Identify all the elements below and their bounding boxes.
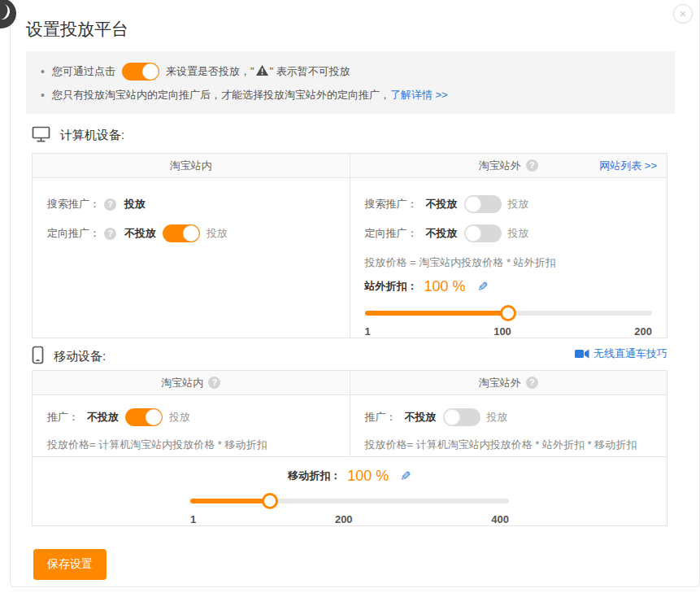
- computer-platform-table: 淘宝站内 淘宝站外 ? 网站列表 >> 搜索推广： ? 投放 定向推广： ? 不…: [32, 153, 667, 338]
- computer-offsite-header: 淘宝站外 ? 网站列表 >>: [350, 154, 667, 177]
- notice-text: 来设置是否投放，": [166, 64, 254, 79]
- mobile-discount-slider[interactable]: [190, 493, 509, 509]
- slider-mid-label: 100: [493, 325, 511, 338]
- close-icon[interactable]: ×: [673, 4, 693, 24]
- toggle-off-label: 不投放: [87, 410, 119, 425]
- mobile-onsite-header: 淘宝站内 ?: [33, 371, 350, 394]
- page-title: 设置投放平台: [26, 18, 128, 41]
- search-promo-row: 搜索推广： 不投放 投放: [365, 190, 653, 219]
- toggle-knob: [146, 409, 162, 425]
- mobile-onsite-cell: 推广： 不投放 投放 投放价格= 计算机淘宝站内投放价格 * 移动折扣: [33, 395, 350, 456]
- target-promo-label: 定向推广：: [47, 226, 100, 241]
- toggle-off-label: 不投放: [426, 197, 458, 211]
- notice-text: 您可通过点击: [52, 64, 115, 79]
- wireless-tips-link[interactable]: 无线直通车技巧: [575, 346, 667, 361]
- set-platform-dialog: × 设置投放平台 • 您可通过点击 来设置是否投放，" " 表示暂不可投放 • …: [10, 0, 700, 587]
- offsite-slider-labels: 1 100 200: [365, 325, 653, 338]
- search-promo-label: 搜索推广：: [365, 197, 418, 211]
- help-icon[interactable]: ?: [526, 159, 538, 172]
- toggle-knob: [465, 196, 481, 212]
- toggle-on-label: 投放: [508, 226, 529, 241]
- offsite-discount-label: 站外折扣：: [365, 279, 418, 294]
- computer-onsite-header: 淘宝站内: [33, 154, 350, 177]
- computer-onsite-target-toggle[interactable]: [163, 224, 200, 242]
- mobile-table-header: 淘宝站内 ? 淘宝站外 ?: [33, 371, 667, 395]
- mobile-onsite-promo-toggle[interactable]: [125, 408, 163, 426]
- toggle-on-label: 投放: [207, 226, 228, 241]
- slider-handle[interactable]: [262, 493, 278, 509]
- mobile-phone-icon: [32, 346, 44, 367]
- header-label: 淘宝站内: [170, 159, 212, 173]
- toggle-on-label: 投放: [487, 410, 508, 425]
- help-icon[interactable]: ?: [208, 377, 220, 389]
- help-icon[interactable]: ?: [104, 228, 116, 240]
- header-label: 淘宝站外: [479, 376, 521, 390]
- computer-table-header: 淘宝站内 淘宝站外 ? 网站列表 >>: [33, 154, 667, 178]
- help-icon[interactable]: ?: [526, 377, 538, 389]
- mobile-offsite-header: 淘宝站外 ?: [350, 371, 667, 394]
- bullet-icon: •: [41, 65, 45, 78]
- mobile-platform-table: 淘宝站内 ? 淘宝站外 ? 推广： 不投放 投放 投放价格= 计算机淘宝站内投放…: [32, 370, 667, 526]
- toggle-knob: [183, 225, 199, 242]
- promo-row: 推广： 不投放 投放: [47, 395, 335, 436]
- offsite-discount-value: 100 %: [424, 278, 466, 295]
- notice-text: 您只有投放淘宝站内的定向推广后，才能选择投放淘宝站外的定向推广，: [52, 88, 390, 102]
- promo-label: 推广：: [47, 410, 79, 425]
- target-promo-label: 定向推广：: [365, 226, 418, 241]
- edit-icon[interactable]: ✎: [477, 279, 488, 294]
- video-icon: [575, 349, 589, 359]
- notice-box: • 您可通过点击 来设置是否投放，" " 表示暂不可投放 • 您只有投放淘宝站内…: [26, 51, 675, 114]
- toggle-on-label: 投放: [508, 197, 529, 211]
- mobile-discount-value: 100 %: [347, 468, 389, 485]
- learn-more-link[interactable]: 了解详情 >>: [390, 88, 448, 102]
- notice-line-1: • 您可通过点击 来设置是否投放，" " 表示暂不可投放: [41, 59, 660, 83]
- promo-row: 推广： 不投放 投放: [365, 395, 653, 436]
- toggle-off-label: 不投放: [124, 226, 156, 241]
- mobile-discount-label: 移动折扣：: [288, 468, 341, 483]
- search-promo-row: 搜索推广： ? 投放: [47, 190, 335, 219]
- slider-mid-label: 200: [335, 513, 353, 525]
- save-settings-button[interactable]: 保存设置: [33, 549, 107, 580]
- offsite-price-formula: 投放价格 = 淘宝站内投放价格 * 站外折扣: [365, 253, 653, 272]
- mobile-section-label: 移动设备:: [54, 349, 106, 364]
- toggle-knob: [444, 409, 460, 425]
- slider-min-label: 1: [365, 325, 371, 338]
- toggle-off-label: 不投放: [405, 410, 437, 425]
- computer-offsite-search-toggle[interactable]: [464, 195, 502, 213]
- demo-toggle: [122, 63, 159, 81]
- slider-handle[interactable]: [500, 305, 516, 321]
- target-promo-row: 定向推广： ? 不投放 投放: [47, 219, 335, 248]
- slider-fill: [365, 311, 509, 316]
- notice-text: " 表示暂不可投放: [270, 64, 350, 79]
- mobile-offsite-cell: 推广： 不投放 投放 投放价格= 计算机淘宝站内投放价格 * 站外折扣 * 移动…: [350, 395, 667, 456]
- toggle-knob: [142, 63, 159, 80]
- mobile-section-header: 移动设备: 无线直通车技巧: [32, 345, 667, 368]
- site-list-link[interactable]: 网站列表 >>: [599, 159, 657, 173]
- computer-section-label: 计算机设备:: [60, 128, 124, 143]
- search-promo-label: 搜索推广：: [47, 197, 100, 211]
- wireless-tips-label: 无线直通车技巧: [593, 346, 667, 361]
- toggle-knob: [465, 225, 481, 242]
- mobile-discount-section: 移动折扣： 100 % ✎ 1 200 400: [190, 457, 509, 525]
- computer-onsite-cell: 搜索推广： ? 投放 定向推广： ? 不投放 投放: [33, 178, 350, 338]
- slider-min-label: 1: [190, 513, 196, 525]
- notice-line-2: • 您只有投放淘宝站内的定向推广后，才能选择投放淘宝站外的定向推广， 了解详情 …: [41, 83, 660, 107]
- mobile-onsite-formula: 投放价格= 计算机淘宝站内投放价格 * 移动折扣: [47, 436, 335, 454]
- edit-icon[interactable]: ✎: [400, 468, 411, 484]
- mobile-offsite-formula: 投放价格= 计算机淘宝站内投放价格 * 站外折扣 * 移动折扣: [365, 436, 653, 454]
- mobile-slider-labels: 1 200 400: [190, 513, 509, 525]
- slider-max-label: 200: [634, 325, 652, 338]
- help-icon[interactable]: ?: [104, 198, 116, 211]
- warning-icon: [256, 65, 268, 78]
- computer-offsite-cell: 搜索推广： 不投放 投放 定向推广： 不投放 投放 投放价格 = 淘宝站内投放价…: [350, 178, 667, 338]
- toggle-on-label: 投放: [169, 410, 190, 425]
- mobile-offsite-promo-toggle[interactable]: [443, 408, 480, 426]
- computer-icon: [32, 126, 50, 145]
- promo-label: 推广：: [365, 410, 397, 425]
- computer-offsite-target-toggle[interactable]: [464, 224, 502, 242]
- bullet-icon: •: [41, 89, 45, 102]
- mobile-discount-row: 移动折扣： 100 % ✎: [190, 465, 509, 486]
- header-label: 淘宝站外: [479, 159, 521, 173]
- offsite-discount-row: 站外折扣： 100 % ✎: [365, 274, 653, 298]
- offsite-discount-slider[interactable]: [365, 305, 653, 321]
